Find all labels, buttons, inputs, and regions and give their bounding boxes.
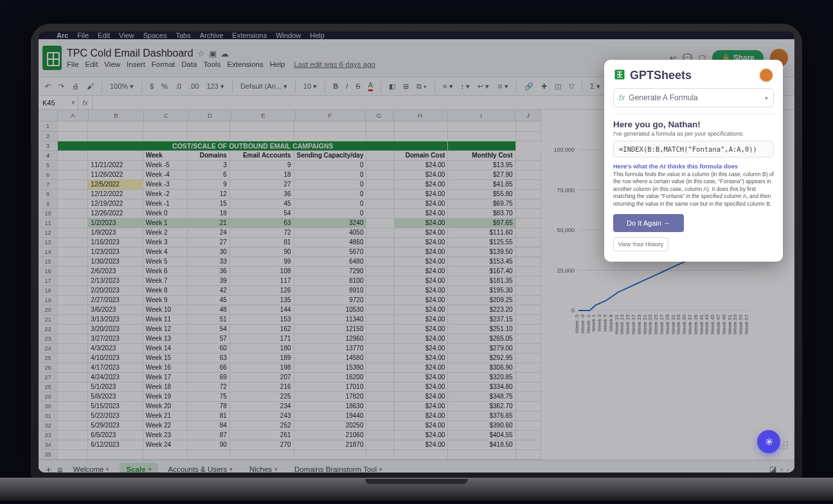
link-button[interactable]: 🔗 <box>524 82 533 91</box>
number-format-select[interactable]: 123 ▾ <box>207 82 224 91</box>
svg-text:Week 45: Week 45 <box>710 314 715 334</box>
strike-button[interactable]: S <box>355 82 360 90</box>
svg-text:25,000: 25,000 <box>557 267 575 274</box>
sheet-tab[interactable]: Scale ▾ <box>120 463 157 473</box>
fx-icon: fx <box>78 96 93 109</box>
svg-text:Week 33: Week 33 <box>676 314 681 334</box>
docmenu-tools[interactable]: Tools <box>204 60 221 68</box>
merge-button[interactable]: ⧉ ▾ <box>416 82 427 91</box>
generate-formula-input[interactable]: fx Generate A Formula ▾ <box>613 88 774 107</box>
sheet-tab[interactable]: Domains Brainstorm Tool ▾ <box>288 463 389 473</box>
paint-format-button[interactable]: 🖌 <box>87 82 94 90</box>
name-box[interactable]: K45▾ <box>39 96 78 109</box>
svg-text:Week 1: Week 1 <box>591 314 596 332</box>
docmenu-help[interactable]: Help <box>270 60 285 68</box>
panel-heading: Here you go, Nathan! <box>613 120 774 129</box>
scroll-right-icon[interactable]: › <box>787 465 789 473</box>
explore-button[interactable]: ◪ <box>769 465 776 473</box>
zoom-select[interactable]: 100% ▾ <box>110 82 134 91</box>
docmenu-data[interactable]: Data <box>181 60 197 68</box>
sheet-tab[interactable]: Welcome ▾ <box>67 463 116 473</box>
svg-text:Week -3: Week -3 <box>580 314 586 333</box>
menu-view[interactable]: View <box>119 32 134 39</box>
svg-text:Week 49: Week 49 <box>721 314 727 334</box>
currency-button[interactable]: $ <box>150 82 154 90</box>
add-sheet-button[interactable]: ＋ <box>44 464 53 473</box>
print-button[interactable]: 🖨 <box>72 82 79 90</box>
chart-button[interactable]: ◫ <box>555 82 561 91</box>
halign-button[interactable]: ≡ ▾ <box>443 82 452 91</box>
docmenu-view[interactable]: View <box>104 60 120 68</box>
svg-text:Week 55: Week 55 <box>738 314 744 334</box>
functions-button[interactable]: Σ ▾ <box>590 82 600 91</box>
svg-text:Week 35: Week 35 <box>681 314 687 334</box>
comment-button[interactable]: ✚ <box>541 82 547 91</box>
sheet-tab[interactable]: Accounts & Users ▾ <box>162 463 239 473</box>
gptsheets-brand: GPTSheets <box>630 69 755 82</box>
svg-text:Week 17: Week 17 <box>631 314 636 334</box>
svg-text:Week 51: Week 51 <box>727 314 733 334</box>
bold-button[interactable]: B <box>333 82 338 90</box>
assistant-fab[interactable]: ✳ <box>757 430 780 453</box>
svg-text:Week 27: Week 27 <box>659 314 665 334</box>
font-select[interactable]: Default (Ari... ▾ <box>240 82 287 91</box>
menu-app[interactable]: Arc <box>57 32 68 39</box>
svg-text:100,000: 100,000 <box>553 147 575 153</box>
svg-text:Week 11: Week 11 <box>614 314 620 334</box>
svg-text:Week 19: Week 19 <box>636 314 642 334</box>
borders-button[interactable]: ⊞ <box>403 82 409 91</box>
svg-text:50,000: 50,000 <box>557 227 575 233</box>
docmenu-edit[interactable]: Edit <box>85 60 98 68</box>
menu-archive[interactable]: Archive <box>200 32 224 39</box>
column-headers[interactable]: A B C D E F G H I J <box>39 110 541 122</box>
svg-text:Week 8: Week 8 <box>608 314 614 332</box>
menu-spaces[interactable]: Spaces <box>143 32 167 39</box>
panel-avatar[interactable] <box>758 68 774 83</box>
redo-button[interactable]: ↷ <box>58 82 64 91</box>
menu-window[interactable]: Window <box>276 32 301 39</box>
font-size-select[interactable]: 10 ▾ <box>303 82 317 91</box>
undo-button[interactable]: ↶ <box>45 82 51 91</box>
svg-text:Week -1: Week -1 <box>586 314 591 333</box>
fx-icon: fx <box>619 93 625 102</box>
filter-button[interactable]: ▽ <box>569 82 574 91</box>
svg-text:Week 21: Week 21 <box>642 314 648 334</box>
last-edit-link[interactable]: Last edit was 6 days ago <box>294 60 375 68</box>
scroll-left-icon[interactable]: ‹ <box>780 465 783 473</box>
docmenu-extensions[interactable]: Extensions <box>227 60 263 68</box>
fill-color-button[interactable]: ◧ <box>389 82 395 91</box>
dec-decrease-button[interactable]: .0 <box>175 82 181 90</box>
menu-edit[interactable]: Edit <box>98 32 110 39</box>
do-it-again-button[interactable]: Do It Again → <box>613 214 684 232</box>
docmenu-insert[interactable]: Insert <box>127 60 145 68</box>
svg-text:Week 31: Week 31 <box>670 314 676 334</box>
valign-button[interactable]: ↕ ▾ <box>461 82 470 91</box>
chevron-down-icon: ▾ <box>765 94 768 102</box>
docmenu-format[interactable]: Format <box>152 60 175 68</box>
wrap-button[interactable]: ↩ ▾ <box>478 82 489 91</box>
docmenu-file[interactable]: File <box>67 60 79 68</box>
rotate-button[interactable]: ⤭ ▾ <box>497 82 508 91</box>
menu-extensions[interactable]: Extensions <box>232 32 267 39</box>
move-folder-icon[interactable]: ▣ <box>209 49 217 59</box>
percent-button[interactable]: % <box>161 82 168 90</box>
doc-title[interactable]: TPC Cold Email Dashboard <box>67 48 193 59</box>
svg-text:Week 3: Week 3 <box>596 314 602 332</box>
drag-handle-icon[interactable] <box>780 441 788 449</box>
text-color-button[interactable]: A <box>368 81 373 91</box>
menu-file[interactable]: File <box>77 32 89 39</box>
star-icon[interactable]: ☆ <box>197 49 205 59</box>
menu-help[interactable]: Help <box>310 32 325 39</box>
dec-increase-button[interactable]: .00 <box>189 82 199 90</box>
italic-button[interactable]: I <box>346 82 348 90</box>
view-history-button[interactable]: View Your History <box>613 237 668 251</box>
sheets-logo-icon[interactable] <box>42 46 62 70</box>
menu-tabs[interactable]: Tabs <box>175 32 190 39</box>
svg-text:Week 37: Week 37 <box>687 314 693 334</box>
sheet-tab-bar: ＋ ≡ Welcome ▾Scale ▾Accounts & Users ▾Ni… <box>39 460 794 473</box>
sheet-tab[interactable]: Niches ▾ <box>243 463 284 473</box>
all-sheets-button[interactable]: ≡ <box>57 464 63 473</box>
formula-result[interactable]: =INDEX(B:B,MATCH("Fontana",A:A,0)) <box>613 141 774 158</box>
svg-text:Week 41: Week 41 <box>699 314 704 334</box>
spreadsheet-grid[interactable]: 123COST/SCALE OF OUTBOUND EMAIL CAMPAIGN… <box>39 122 541 460</box>
